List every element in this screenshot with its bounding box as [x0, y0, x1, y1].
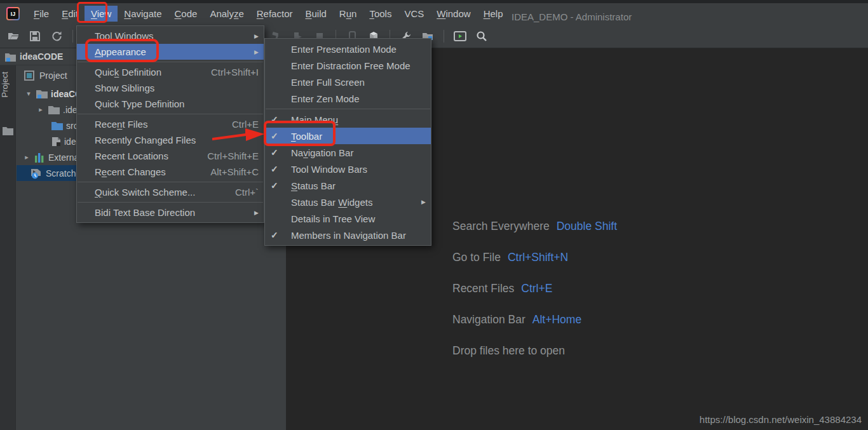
chevron-expanded-icon[interactable]: ▾ [24, 90, 33, 98]
menu-item-enter-full-screen[interactable]: Enter Full Screen [265, 74, 431, 90]
menu-item-recently-changed-files[interactable]: Recently Changed Files [77, 132, 264, 148]
menu-item-show-siblings[interactable]: Show Siblings [77, 80, 264, 96]
sync-refresh-icon [51, 30, 62, 42]
checkmark-icon: ✓ [271, 180, 287, 191]
menu-item-recent-files[interactable]: Recent Files Ctrl+E [77, 116, 264, 132]
menubar-item-refactor[interactable]: Refactor [250, 6, 299, 22]
menubar-item-navigate[interactable]: Navigate [118, 6, 168, 22]
menubar-item-code[interactable]: Code [168, 6, 204, 22]
submenu-arrow-icon: ▶ [254, 49, 259, 55]
menubar-item-help[interactable]: Help [477, 6, 510, 22]
menu-item-enter-zen-mode[interactable]: Enter Zen Mode [265, 90, 431, 107]
menubar-item-window[interactable]: Window [430, 6, 477, 22]
project-window-icon [24, 71, 34, 81]
tool-window-stripe: Project [0, 65, 16, 430]
menubar-item-vcs[interactable]: VCS [398, 6, 430, 22]
menubar-item-tools[interactable]: Tools [363, 6, 398, 22]
menu-item-main-menu[interactable]: ✓ Main Menu [265, 111, 431, 128]
project-panel-title: Project [39, 71, 67, 81]
menu-item-status-bar[interactable]: ✓ Status Bar [265, 177, 431, 194]
menubar-item-analyze[interactable]: Analyze [203, 6, 250, 22]
menu-separator [78, 62, 263, 62]
source-folder-icon [51, 121, 63, 130]
stripe-project-button[interactable]: Project [0, 72, 16, 97]
intellij-logo-text: IJ [8, 8, 18, 19]
menu-item-members-in-navigation-bar[interactable]: ✓ Members in Navigation Bar [265, 227, 431, 243]
folder-icon [48, 105, 60, 114]
menubar-item-file[interactable]: File [27, 6, 55, 22]
menu-item-tool-windows[interactable]: Tool Windows ▶ [77, 28, 264, 44]
save-icon [29, 30, 41, 42]
editor-shortcut-hints: Search EverywhereDouble Shift Go to File… [452, 220, 617, 375]
menu-item-status-bar-widgets[interactable]: Status Bar Widgets ▶ [265, 194, 431, 210]
toolbar-separator [72, 30, 73, 43]
menu-separator [78, 114, 263, 114]
hint-recent-files: Recent FilesCtrl+E [452, 282, 617, 297]
hint-search-everywhere: Search EverywhereDouble Shift [452, 220, 617, 235]
menu-item-enter-distraction-free-mode[interactable]: Enter Distraction Free Mode [265, 57, 431, 74]
submenu-arrow-icon: ▶ [254, 210, 259, 216]
checkmark-icon: ✓ [271, 147, 287, 158]
menu-item-tool-window-bars[interactable]: ✓ Tool Window Bars [265, 161, 431, 177]
menu-item-navigation-bar[interactable]: ✓ Navigation Bar [265, 144, 431, 161]
checkmark-icon: ✓ [271, 114, 287, 124]
menubar-item-view[interactable]: View [85, 6, 118, 22]
save-all-button[interactable] [27, 28, 43, 44]
menu-item-quick-definition[interactable]: Quick Definition Ctrl+Shift+I [77, 64, 264, 80]
libraries-icon [34, 152, 45, 163]
hint-navigation-bar: Navigation BarAlt+Home [452, 313, 617, 328]
sync-button[interactable] [48, 28, 65, 44]
checkmark-icon: ✓ [271, 131, 287, 141]
checkmark-icon: ✓ [271, 230, 287, 240]
menubar-item-build[interactable]: Build [299, 6, 332, 22]
watermark-url: https://blog.csdn.net/weixin_43884234 [700, 414, 862, 425]
menu-item-appearance[interactable]: Appearance ▶ [77, 44, 264, 60]
menu-item-enter-presentation-mode[interactable]: Enter Presentation Mode [265, 41, 431, 57]
scratches-icon [31, 168, 43, 179]
open-folder-icon [8, 30, 19, 42]
toolbar-separator [444, 30, 444, 43]
menu-item-toolbar[interactable]: ✓ Toolbar [265, 128, 431, 144]
submenu-arrow-icon: ▶ [254, 33, 259, 39]
intellij-logo-icon: IJ [6, 7, 20, 20]
run-anything-button[interactable] [452, 28, 468, 44]
menubar-item-run[interactable]: Run [333, 6, 363, 22]
navbar-path[interactable]: ideaCODE [20, 51, 63, 62]
chevron-collapsed-icon[interactable]: ▸ [36, 105, 45, 114]
search-icon [476, 30, 487, 42]
menu-item-bidi-text-base-direction[interactable]: Bidi Text Base Direction ▶ [77, 205, 264, 220]
menu-separator [78, 202, 263, 203]
menu-item-recent-locations[interactable]: Recent Locations Ctrl+Shift+E [77, 148, 264, 164]
project-root-folder-icon [5, 52, 16, 62]
menu-separator [266, 109, 430, 109]
menu-item-recent-changes[interactable]: Recent Changes Alt+Shift+C [77, 164, 264, 180]
hint-go-to-file: Go to FileCtrl+Shift+N [452, 251, 617, 266]
search-everywhere-button[interactable] [473, 28, 490, 44]
chevron-collapsed-icon[interactable]: ▸ [22, 153, 31, 161]
checkmark-icon: ✓ [271, 164, 287, 174]
menu-item-quick-switch-scheme[interactable]: Quick Switch Scheme... Ctrl+` [77, 184, 264, 200]
hint-drop-files: Drop files here to open [452, 344, 617, 359]
title-bar: IJ File Edit View Navigate Code Analyze … [0, 0, 868, 24]
view-menu-popup: Tool Windows ▶ Appearance ▶ Quick Defini… [76, 25, 264, 223]
menu-item-quick-type-definition[interactable]: Quick Type Definition [77, 96, 264, 112]
stripe-folder-icon[interactable] [3, 126, 13, 135]
menu-separator [78, 182, 263, 182]
menubar-item-edit[interactable]: Edit [55, 6, 85, 22]
submenu-arrow-icon: ▶ [421, 199, 426, 205]
appearance-submenu-popup: Enter Presentation Mode Enter Distractio… [264, 38, 431, 246]
run-anything-icon [454, 30, 466, 42]
project-folder-icon [36, 89, 48, 98]
iml-file-icon [51, 137, 61, 147]
open-project-button[interactable] [5, 28, 22, 44]
menu-item-details-in-tree-view[interactable]: Details in Tree View [265, 210, 431, 227]
